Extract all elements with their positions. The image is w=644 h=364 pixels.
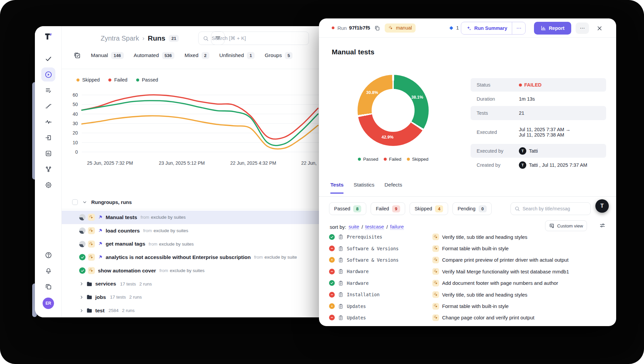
sidebar-item-branches[interactable]: [44, 164, 53, 174]
report-button[interactable]: Report: [534, 22, 571, 35]
sidebar-item-pulse[interactable]: [44, 117, 53, 126]
test-title[interactable]: Format table with built-in style: [442, 303, 508, 309]
test-title[interactable]: Verify title, sub title and heading styl…: [442, 234, 527, 240]
sidebar-item-analytics[interactable]: [44, 149, 53, 158]
breadcrumb-separator: ›: [142, 35, 144, 42]
test-row[interactable]: Hardware Add document footer with page n…: [319, 277, 616, 289]
manual-test-icon: [432, 303, 439, 310]
run-source: exclude by suite: [264, 255, 297, 260]
sidebar-item-steps[interactable]: [44, 101, 53, 111]
pin-icon[interactable]: [98, 255, 103, 260]
folder-name[interactable]: jobs: [95, 294, 106, 300]
run-type-tab[interactable]: Groups 5: [265, 52, 292, 59]
view-settings-icon[interactable]: [599, 222, 605, 228]
sort-by-failure-link[interactable]: failure: [390, 224, 404, 230]
test-status-icon: [329, 303, 335, 309]
test-suite-cell: Hardware: [329, 269, 432, 274]
test-row[interactable]: Installation Verify title, sub title and…: [319, 289, 616, 300]
folder-name[interactable]: services: [95, 281, 116, 287]
test-title[interactable]: Format table with built-in style: [442, 246, 508, 251]
copy-icon[interactable]: [374, 25, 380, 31]
pin-icon[interactable]: [98, 228, 103, 233]
run-title[interactable]: Manual tests: [106, 214, 137, 220]
run-source: exclude by suites: [151, 215, 186, 220]
run-summary-split-button[interactable]: Run Summary ⋯: [461, 22, 526, 35]
run-title[interactable]: load counters: [106, 228, 140, 234]
test-row[interactable]: Updates Change page color and verify pri…: [319, 312, 616, 323]
run-type-tab[interactable]: Mixed 2: [184, 52, 209, 59]
report-label: Report: [549, 25, 565, 31]
run-summary-more-button[interactable]: ⋯: [512, 22, 525, 34]
pin-icon[interactable]: [98, 215, 103, 220]
test-title-cell: Change page color and verify print outpu…: [432, 314, 534, 321]
test-title-cell: Compare print preview of printer driver …: [432, 257, 569, 263]
donut-slice-label: 38.1%: [411, 95, 423, 100]
run-title[interactable]: get manual tags: [106, 241, 145, 247]
user-avatar[interactable]: ER: [43, 298, 54, 309]
status-filter-button[interactable]: Passed 8: [329, 202, 366, 215]
expand-chevron-icon[interactable]: [79, 282, 84, 286]
notifications-bell-icon[interactable]: [44, 266, 53, 275]
test-title[interactable]: Add document footer with page numbers an…: [442, 280, 558, 286]
sort-by-testcase-link[interactable]: testcase: [365, 224, 384, 230]
run-type-tab[interactable]: Manual 146: [91, 52, 124, 59]
collapse-chevron-icon[interactable]: [83, 200, 87, 204]
test-row[interactable]: Hardware Verify Mail Merge functionality…: [319, 266, 616, 277]
app-logo-icon[interactable]: [35, 32, 62, 42]
run-title[interactable]: analytics is not accessible without Ente…: [106, 254, 251, 260]
expand-chevron-icon[interactable]: [79, 309, 84, 313]
test-row[interactable]: Software & Versions Compare print previe…: [319, 254, 616, 266]
assistant-avatar-button[interactable]: T: [595, 199, 609, 213]
select-all-checkbox[interactable]: [72, 199, 78, 205]
table-settings-icon: [549, 223, 554, 228]
test-suite-name: Updates: [347, 315, 366, 320]
breadcrumb-project[interactable]: Zyntra Spark: [101, 35, 139, 42]
sidebar-item-checks[interactable]: [44, 54, 53, 63]
sidebar-item-import[interactable]: [44, 133, 53, 142]
test-row[interactable]: Updates Format table with built-in style: [319, 300, 616, 312]
folder-name[interactable]: test: [95, 308, 105, 314]
test-row[interactable]: Software & Versions Format table with bu…: [319, 243, 616, 254]
status-filter-button[interactable]: Failed 9: [371, 202, 405, 215]
test-title[interactable]: Change page color and verify print outpu…: [442, 315, 534, 320]
test-row[interactable]: Prerequisites Verify title, sub title an…: [319, 231, 616, 243]
test-title[interactable]: Compare print preview of printer driver …: [442, 257, 569, 263]
sidebar-item-runs[interactable]: [41, 67, 55, 82]
panel-tab[interactable]: Defects: [384, 182, 402, 194]
svg-text:22 Jun, 2025 4:32 PM: 22 Jun, 2025 4:32 PM: [230, 160, 276, 166]
help-icon[interactable]: [44, 250, 53, 260]
status-filter-button[interactable]: Skipped 4: [410, 202, 448, 215]
pin-icon[interactable]: [98, 242, 103, 246]
select-all-icon[interactable]: [74, 52, 81, 59]
custom-view-button[interactable]: Custom view: [545, 220, 587, 231]
folder-runs-count: 2 runs: [139, 281, 152, 287]
test-title[interactable]: Verify title, sub title and heading styl…: [442, 292, 527, 298]
search-input[interactable]: Search [⌘ + K]: [198, 32, 309, 45]
panel-tab[interactable]: Statistics: [354, 182, 374, 194]
tab-label: Unfinished: [219, 52, 244, 58]
close-icon[interactable]: [595, 24, 603, 32]
panel-tab[interactable]: Tests: [330, 182, 343, 194]
report-chart-icon: [541, 25, 546, 31]
run-label: Run: [337, 25, 347, 31]
detail-label: Executed: [471, 129, 519, 135]
panel-more-button[interactable]: ⋯: [576, 22, 589, 34]
sidebar-item-test-plans[interactable]: [44, 86, 53, 95]
run-title[interactable]: show automation cover: [98, 268, 156, 274]
detail-value: TTatti: [519, 147, 538, 155]
tab-count-badge: 536: [162, 52, 175, 59]
jira-issue-indicator[interactable]: 1: [448, 25, 459, 31]
runs-count-badge: 21: [169, 35, 179, 42]
run-summary-button[interactable]: Run Summary: [461, 22, 512, 34]
run-type-tab[interactable]: Automated 536: [134, 52, 175, 59]
tests-search-input[interactable]: Search by title/messag: [511, 202, 591, 215]
folder-tests-count: 17 tests: [110, 295, 126, 300]
expand-chevron-icon[interactable]: [79, 295, 84, 299]
run-type-tab[interactable]: Unfinished 1: [219, 52, 255, 59]
test-title[interactable]: Verify Mail Merge functionality with tes…: [442, 269, 569, 274]
projects-copies-icon[interactable]: [44, 282, 53, 291]
sidebar-item-settings[interactable]: [44, 180, 53, 190]
clipboard-icon: [338, 269, 343, 274]
sort-by-suite-link[interactable]: suite: [348, 224, 359, 230]
status-filter-button[interactable]: Pending 0: [452, 202, 491, 215]
